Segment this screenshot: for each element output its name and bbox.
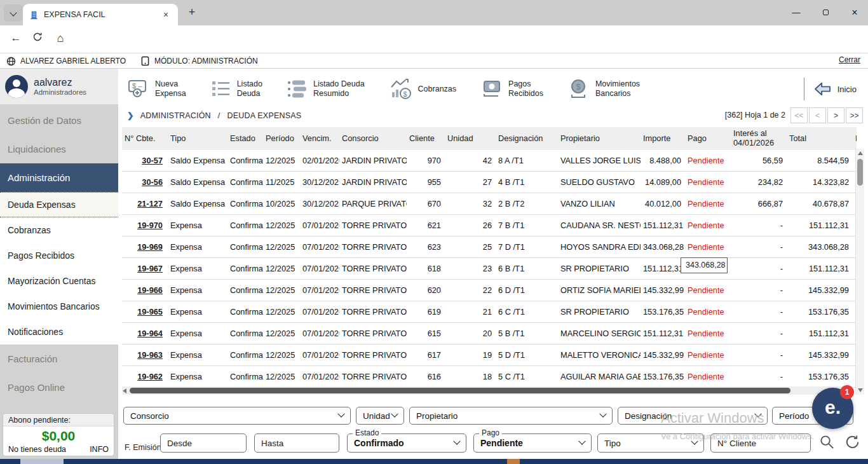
breadcrumb-root[interactable]: ADMINISTRACIÓN [140,111,211,120]
filter-select-propietario[interactable]: Propietario [409,407,613,425]
chat-widget-logo: e. [825,397,841,418]
pagination-first-button[interactable]: << [790,107,808,123]
table-cell: Expensa [168,329,227,338]
cliente-number-input[interactable]: N° Cliente [710,433,811,453]
table-cell: 145.332,99 [787,350,853,360]
receipt-number-link[interactable]: 19-963 [122,350,168,360]
table-cell: Pendiente [685,177,731,187]
receipt-number-link[interactable]: 30-56 [122,177,168,187]
receipt-number-link[interactable]: 19-969 [122,242,168,252]
receipt-number-link[interactable]: 19-962 [122,372,168,381]
filter-select-value: Consorcio [130,411,339,421]
sidebar-subitem-mayorizacion-cuentas[interactable]: Mayorización Cuentas [0,268,118,294]
home-button[interactable]: Inicio [804,78,857,100]
amount-tooltip: 343.068,28 [681,257,728,273]
vertical-scroll-thumb[interactable] [857,159,863,186]
table-cell: TORRE PRIVATO [339,307,407,317]
table-cell: Confirmad [227,350,263,360]
sidebar-user-card: aalvarez Administradores [0,69,118,104]
toolbar-debt-list-summary-button[interactable]: Listado DeudaResumido [287,79,365,99]
tab-close-icon[interactable]: × [160,10,172,20]
receipt-number-link[interactable]: 19-966 [122,285,168,295]
receipt-number-link[interactable]: 19-967 [122,264,168,273]
sidebar-subitem-cobranzas[interactable]: Cobranzas [0,217,118,243]
pagination-last-button[interactable]: >> [846,107,863,123]
horizontal-scroll-thumb[interactable] [130,388,790,393]
sidebar-item-gestion-de-datos[interactable]: Gestión de Datos [0,106,118,135]
search-button[interactable] [818,433,836,451]
table-cell: TORRE PRIVATO [339,221,407,230]
table-cell: 151.112,31 [787,264,853,273]
sidebar-subitem-pagos-recibidos[interactable]: Pagos Recibidos [0,243,118,268]
receipt-number-link[interactable]: 30-57 [122,156,168,165]
table-cell: Pendiente [685,156,731,165]
browser-tab[interactable]: EXPENSA FACIL × [23,4,178,25]
filter-select-consorcio[interactable]: Consorcio [123,407,351,425]
pagination-next-button[interactable]: > [827,107,844,123]
table-cell: VALLES JORGE LUIS [558,156,641,165]
sidebar-username: aalvarez [34,77,86,88]
sidebar-item-administracion[interactable]: Administración [0,163,118,192]
filter-select-designacion[interactable]: Designación [618,407,768,425]
scroll-left-icon[interactable] [123,388,126,393]
receipt-number-link[interactable]: 19-965 [122,307,168,317]
toolbar-collections-button[interactable]: $Cobranzas [389,78,456,100]
cliente-number-placeholder: N° Cliente [717,439,756,448]
column-header-3: Estado [227,134,263,144]
tab-list-dropdown-button[interactable] [4,4,23,22]
window-minimize-button[interactable]: — [782,0,811,25]
toolbar-new-expense-button[interactable]: $ –NuevaExpensa [127,78,186,100]
table-header-row: N° Cbte.TipoEstadoPeríodoVencim.Consorci… [122,127,857,150]
chevron-down-icon [391,411,398,418]
table-cell: AGUILAR MARIA GABR [558,372,641,381]
back-icon[interactable]: ← [8,32,24,44]
sidebar-item-facturacion[interactable]: Facturación [0,345,118,373]
refresh-icon[interactable] [29,32,46,45]
table-cell: 11/2025 [263,177,300,187]
table-cell: 151.112,31 [787,329,853,338]
table-cell: 02/01/2026 [300,156,339,165]
tipo-select[interactable]: Tipo [597,433,704,453]
horizontal-scrollbar[interactable] [122,386,853,395]
bottom-status-bar [0,459,868,464]
table-cell: 6 C /T1 [496,307,558,317]
column-header-14: Total [787,134,853,144]
reload-button[interactable] [844,433,862,451]
close-session-link[interactable]: Cerrar [839,55,860,64]
home-icon[interactable]: ⌂ [52,32,69,45]
sidebar-subitem-deuda-expensas[interactable]: Deuda Expensas [0,192,118,217]
receipt-number-link[interactable]: 19-970 [122,221,168,230]
table-cell: 07/01/2026 [300,329,339,338]
table-cell: 07/01/2026 [300,372,339,381]
window-restore-button[interactable] [811,0,840,25]
receipt-number-link[interactable]: 21-127 [122,199,168,208]
toolbar-payments-received-button[interactable]: PagosRecibidos [480,78,543,100]
sidebar-subitem-notificaciones[interactable]: Notificaciones [0,319,118,345]
filter-select-unidad[interactable]: Unidad [356,407,404,425]
expenses-table: N° Cbte.TipoEstadoPeríodoVencim.Consorci… [122,127,857,388]
table-cell: 666,87 [731,199,787,208]
sidebar-subitem-movimientos-bancarios[interactable]: Movimientos Bancarios [0,294,118,319]
column-header-2: Tipo [168,134,227,144]
scroll-down-icon[interactable] [858,388,863,392]
sidebar-item-liquidaciones[interactable]: Liquidaciones [0,135,118,163]
pagination-previous-button[interactable]: < [809,107,826,123]
window-close-button[interactable]: × [840,0,868,25]
sidebar-item-pagos-online[interactable]: Pagos Online [0,373,118,402]
receipt-number-link[interactable]: 19-964 [122,329,168,338]
new-tab-button[interactable]: + [184,6,200,19]
table-cell: Confirmad [227,307,263,317]
estado-select[interactable]: Estado Confirmado [347,433,466,453]
scroll-up-icon[interactable] [858,151,863,155]
date-to-input[interactable]: Hasta [254,433,339,453]
chat-widget-button[interactable]: e. 1 [812,388,853,429]
pago-select[interactable]: Pago Pendiente [473,433,592,453]
table-row: 30-56Saldo Expensa (LIQConfirmad11/20253… [122,172,857,193]
vertical-scrollbar[interactable] [855,149,864,395]
table-cell: 153.176,35 [787,372,853,381]
abono-info-link[interactable]: INFO [90,445,109,454]
toolbar-debt-list-button[interactable]: ListadoDeuda [210,79,262,99]
table-cell: Pendiente [685,221,731,230]
toolbar-bank-movements-button[interactable]: $MovimientosBancarios [567,78,640,100]
date-from-input[interactable]: Desde [160,433,247,453]
